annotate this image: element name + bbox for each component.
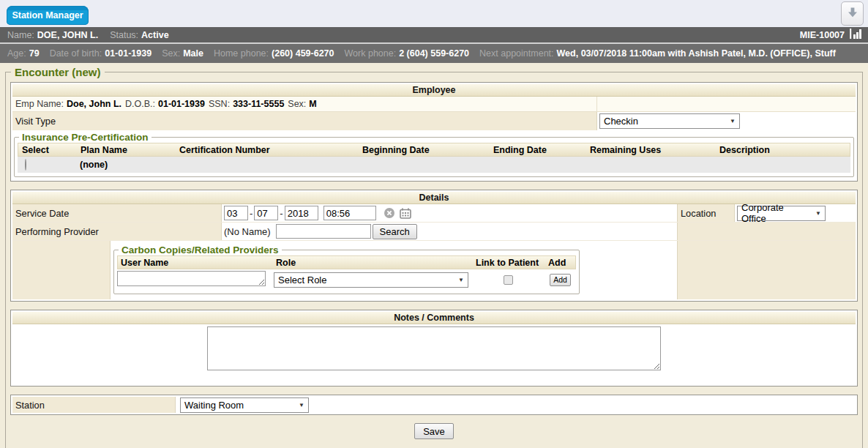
work-phone-value: 2 (604) 559-6270 <box>399 48 469 59</box>
visit-type-row: Visit Type Checkin ▼ <box>12 112 856 130</box>
calendar-icon[interactable] <box>400 208 411 219</box>
precert-none-radio[interactable] <box>25 159 26 171</box>
employee-info: Emp Name: Doe, John L. D.O.B.: 01-01-193… <box>12 97 597 111</box>
col-beginning-date: Beginning Date <box>359 145 490 155</box>
save-button[interactable]: Save <box>414 423 454 439</box>
download-button[interactable] <box>841 1 864 26</box>
chart-id-link[interactable]: MIE-10007 <box>800 29 862 41</box>
station-manager-tab[interactable]: Station Manager <box>7 6 89 25</box>
no-name-text: (No Name) <box>224 226 271 237</box>
select-arrow-icon: ▼ <box>299 402 304 408</box>
location-label: Location <box>678 204 735 222</box>
visit-type-select[interactable]: Checkin ▼ <box>599 113 740 129</box>
dob-value: 01-01-1939 <box>105 48 151 59</box>
provider-search-input[interactable] <box>276 224 371 239</box>
user-name-input[interactable] <box>117 271 266 286</box>
col-description: Description <box>716 145 850 155</box>
notes-textarea[interactable] <box>207 326 661 370</box>
col-plan-name: Plan Name <box>77 145 176 155</box>
insurance-row-none: (none) <box>18 157 850 173</box>
notes-box: Notes / Comments <box>10 310 858 387</box>
encounter-legend: Encounter (new) <box>11 66 105 78</box>
next-appointment-item: Next appointment:Wed, 03/07/2018 11:00am… <box>479 48 836 59</box>
carbon-copies-row: Carbon Copies/Related Providers User Nam… <box>12 241 856 299</box>
carbon-copies-legend: Carbon Copies/Related Providers <box>119 244 282 255</box>
select-arrow-icon: ▼ <box>458 277 464 283</box>
performing-provider-row: Performing Provider (No Name) Search <box>12 223 856 241</box>
employee-info-row: Emp Name: Doe, John L. D.O.B.: 01-01-193… <box>12 97 856 112</box>
location-select[interactable]: Corporate Office ▼ <box>737 206 826 221</box>
location-value-cell: Corporate Office ▼ <box>735 204 856 222</box>
service-date-day-input[interactable] <box>254 206 278 220</box>
service-date-row: Service Date - - <box>12 204 856 223</box>
emp-dob-value: 01-01-1939 <box>158 99 205 109</box>
chart-id: MIE-10007 <box>800 30 845 40</box>
emp-sex-value: M <box>309 99 316 109</box>
station-select[interactable]: Waiting Room ▼ <box>180 397 309 413</box>
location-value: Corporate Office <box>741 202 811 224</box>
add-button[interactable]: Add <box>550 274 571 286</box>
name-label: Name: <box>7 30 34 40</box>
encounter-fieldset: Encounter (new) Employee Emp Name: Doe, … <box>5 66 863 448</box>
home-phone-value: (260) 459-6270 <box>272 48 334 59</box>
next-appointment-label: Next appointment: <box>479 48 553 59</box>
age-item: Age:79 <box>7 48 40 59</box>
col-add: Add <box>545 258 575 268</box>
details-box: Details Service Date - - <box>10 190 858 302</box>
work-phone-item: Work phone:2 (604) 559-6270 <box>345 48 470 59</box>
service-date-month-input[interactable] <box>224 206 248 220</box>
age-value: 79 <box>29 48 40 59</box>
col-link-to-patient: Link to Patient <box>473 258 545 268</box>
bar-chart-icon[interactable] <box>850 29 862 41</box>
save-row: Save <box>10 423 858 439</box>
precert-plan-name: (none) <box>80 160 108 170</box>
carbon-copies-fieldset: Carbon Copies/Related Providers User Nam… <box>113 244 580 294</box>
date-separator: - <box>250 208 252 219</box>
date-separator-2: - <box>280 208 283 219</box>
clear-date-icon[interactable] <box>384 208 394 218</box>
role-select[interactable]: Select Role ▼ <box>274 272 468 288</box>
service-date-value-cell: - - <box>222 204 678 222</box>
visit-type-value: Checkin <box>604 116 638 127</box>
next-appointment-value: Wed, 03/07/2018 11:00am with Ashish Pate… <box>557 48 836 59</box>
provider-search-button[interactable]: Search <box>373 224 417 239</box>
dob-label: Date of birth: <box>50 48 102 59</box>
emp-sex-label: Sex: <box>288 99 306 109</box>
station-value-cell: Waiting Room ▼ <box>176 397 856 413</box>
col-select: Select <box>18 145 77 155</box>
col-user-name: User Name <box>118 258 273 268</box>
col-ending-date: Ending Date <box>490 145 586 155</box>
page-content: Encounter (new) Employee Emp Name: Doe, … <box>0 63 868 447</box>
emp-name-label: Emp Name: <box>15 99 64 109</box>
col-remaining-uses: Remaining Uses <box>586 145 716 155</box>
link-to-patient-checkbox[interactable] <box>504 275 513 285</box>
patient-name-bar: Name: DOE, JOHN L. Status: Active MIE-10… <box>0 27 868 44</box>
sex-item: Sex:Male <box>162 48 203 59</box>
emp-dob-label: D.O.B.: <box>125 99 155 109</box>
patient-name: DOE, JOHN L. <box>37 30 98 40</box>
sex-label: Sex: <box>162 48 180 59</box>
insurance-fieldset: Insurance Pre-Certification Select Plan … <box>14 132 854 177</box>
service-date-year-input[interactable] <box>285 206 318 220</box>
visit-type-label: Visit Type <box>12 112 597 130</box>
carbon-copies-row-label <box>12 241 111 299</box>
employee-header: Employee <box>12 84 856 97</box>
emp-ssn-label: SSN: <box>209 99 230 109</box>
carbon-copies-cell: Carbon Copies/Related Providers User Nam… <box>111 241 678 299</box>
carbon-row-filler <box>678 241 856 299</box>
sex-value: Male <box>183 48 203 59</box>
work-phone-label: Work phone: <box>345 48 397 59</box>
station-value: Waiting Room <box>184 400 244 411</box>
service-time-input[interactable] <box>323 206 376 220</box>
carbon-entry-row: Select Role ▼ Add <box>117 269 576 290</box>
station-box: Station Waiting Room ▼ <box>10 395 858 415</box>
details-header: Details <box>12 192 856 204</box>
insurance-legend: Insurance Pre-Certification <box>19 132 151 143</box>
home-phone-label: Home phone: <box>214 48 269 59</box>
emp-ssn-value: 333-11-5555 <box>233 99 284 109</box>
employee-box: Employee Emp Name: Doe, John L. D.O.B.: … <box>10 82 858 182</box>
emp-name-value: Doe, John L. <box>67 99 121 109</box>
role-value: Select Role <box>278 275 326 285</box>
insurance-header-row: Select Plan Name Certification Number Be… <box>18 143 850 157</box>
provider-row-filler <box>678 223 856 240</box>
